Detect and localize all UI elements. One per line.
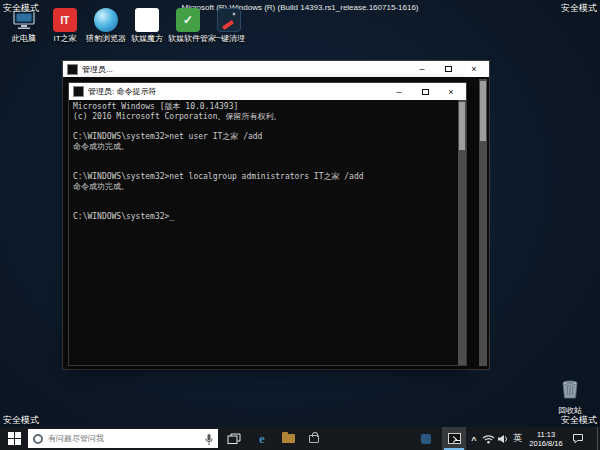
ruanmei-mofang-icon bbox=[135, 8, 159, 32]
desktop-icon-cheetah-browser[interactable]: 猎豹浏览器 bbox=[86, 8, 126, 43]
back-window-title: 管理员... bbox=[82, 64, 409, 75]
console-line bbox=[73, 152, 456, 162]
scrollbar-thumb[interactable] bbox=[480, 81, 486, 141]
edge-icon: e bbox=[259, 431, 265, 447]
recycle-bin-icon bbox=[548, 376, 592, 404]
console-scrollbar[interactable] bbox=[458, 100, 466, 365]
console-line: (c) 2016 Microsoft Corporation。保留所有权利。 bbox=[73, 112, 456, 122]
desktop-icon-software-manager[interactable]: ✓ 软媒软件管家 bbox=[168, 8, 208, 43]
console-line bbox=[73, 192, 456, 202]
one-key-clean-icon bbox=[217, 8, 241, 32]
close-button[interactable]: × bbox=[461, 62, 487, 77]
search-input[interactable] bbox=[48, 429, 198, 448]
store-icon bbox=[309, 435, 319, 443]
language-indicator[interactable]: 英 bbox=[510, 427, 525, 450]
volume-button[interactable] bbox=[496, 427, 509, 450]
minimize-button[interactable]: – bbox=[409, 62, 435, 77]
console-line bbox=[73, 202, 456, 212]
recycle-bin[interactable]: 回收站 bbox=[548, 376, 592, 416]
hidden-icons-button[interactable]: ^ bbox=[468, 427, 480, 450]
desktop-icon-label: IT之家 bbox=[45, 34, 85, 43]
console-line: C:\WINDOWS\system32>net user IT之家 /add bbox=[73, 132, 456, 142]
cmd-icon bbox=[73, 86, 84, 97]
tray-app-icon bbox=[421, 434, 431, 444]
safe-mode-label-top-right: 安全模式 bbox=[561, 2, 597, 15]
cortana-icon bbox=[33, 434, 43, 444]
taskbar-pinned-store[interactable] bbox=[302, 427, 326, 450]
ithome-icon-text: IT bbox=[61, 15, 70, 26]
console-line: C:\WINDOWS\system32>net localgroup admin… bbox=[73, 172, 456, 182]
chevron-up-icon: ^ bbox=[471, 435, 476, 445]
safe-mode-label-bottom-right: 安全模式 bbox=[561, 414, 597, 427]
action-center-button[interactable] bbox=[570, 427, 586, 450]
taskbar-cmd-button[interactable] bbox=[442, 427, 466, 450]
console-line: 命令成功完成。 bbox=[73, 142, 456, 152]
desktop-icon-label: 软媒魔方 bbox=[127, 34, 167, 43]
wifi-icon bbox=[482, 434, 495, 444]
desktop-icon-label: 软媒软件管家 bbox=[168, 34, 208, 43]
console-line bbox=[73, 122, 456, 132]
desktop-icon-one-key-clean[interactable]: 一键清理 bbox=[209, 8, 249, 43]
action-center-icon bbox=[572, 433, 584, 444]
console-line: Microsoft Windows [版本 10.0.14393] bbox=[73, 102, 456, 112]
desktop-icon-ithome[interactable]: IT IT之家 bbox=[45, 8, 85, 43]
cortana-search-box[interactable] bbox=[28, 429, 218, 448]
start-button[interactable] bbox=[0, 427, 28, 450]
taskbar: e ^ bbox=[0, 427, 600, 450]
safe-mode-label-bottom-left: 安全模式 bbox=[3, 414, 39, 427]
software-manager-icon: ✓ bbox=[176, 8, 200, 32]
clock[interactable]: 11:13 2016/8/16 bbox=[526, 427, 566, 450]
console-line bbox=[73, 162, 456, 172]
network-button[interactable] bbox=[481, 427, 495, 450]
maximize-button[interactable] bbox=[435, 62, 461, 77]
cmd-window[interactable]: 管理员: 命令提示符 – × Microsoft Windows [版本 10.… bbox=[68, 82, 467, 366]
back-window-titlebar[interactable]: 管理员... – × bbox=[63, 61, 489, 77]
console-output[interactable]: Microsoft Windows [版本 10.0.14393] (c) 20… bbox=[69, 100, 466, 365]
console-line: 命令成功完成。 bbox=[73, 182, 456, 192]
tray-app-button[interactable] bbox=[418, 427, 434, 450]
cmd-icon bbox=[67, 64, 78, 75]
close-button[interactable]: × bbox=[438, 84, 464, 99]
safe-mode-label-top-left: 安全模式 bbox=[3, 2, 39, 15]
command-prompt-icon bbox=[448, 433, 461, 444]
speaker-icon bbox=[497, 434, 509, 444]
task-view-icon bbox=[227, 433, 241, 445]
desktop: 安全模式 安全模式 安全模式 安全模式 Microsoft (R) Window… bbox=[0, 0, 600, 450]
ithome-icon: IT bbox=[53, 8, 77, 32]
task-view-button[interactable] bbox=[222, 427, 246, 450]
taskbar-pinned-edge[interactable]: e bbox=[250, 427, 274, 450]
maximize-button[interactable] bbox=[412, 84, 438, 99]
check-icon: ✓ bbox=[183, 13, 193, 27]
scrollbar-thumb[interactable] bbox=[459, 102, 465, 150]
back-window-scrollbar[interactable] bbox=[479, 79, 487, 366]
cmd-window-title: 管理员: 命令提示符 bbox=[88, 86, 386, 97]
file-explorer-icon bbox=[282, 434, 295, 443]
clock-time: 11:13 bbox=[529, 430, 562, 439]
desktop-icon-label: 猎豹浏览器 bbox=[86, 34, 126, 43]
desktop-icon-label: 此电脑 bbox=[4, 34, 44, 43]
cmd-window-titlebar[interactable]: 管理员: 命令提示符 – × bbox=[69, 83, 466, 100]
cheetah-browser-icon bbox=[94, 8, 118, 32]
desktop-icon-ruanmei-mofang[interactable]: 软媒魔方 bbox=[127, 8, 167, 43]
clock-date: 2016/8/16 bbox=[529, 439, 562, 448]
desktop-icon-label: 一键清理 bbox=[209, 34, 249, 43]
minimize-button[interactable]: – bbox=[386, 84, 412, 99]
taskbar-pinned-file-explorer[interactable] bbox=[276, 427, 300, 450]
microphone-icon[interactable] bbox=[204, 432, 214, 450]
console-line: C:\WINDOWS\system32>_ bbox=[73, 212, 456, 222]
windows-logo-icon bbox=[8, 432, 21, 445]
